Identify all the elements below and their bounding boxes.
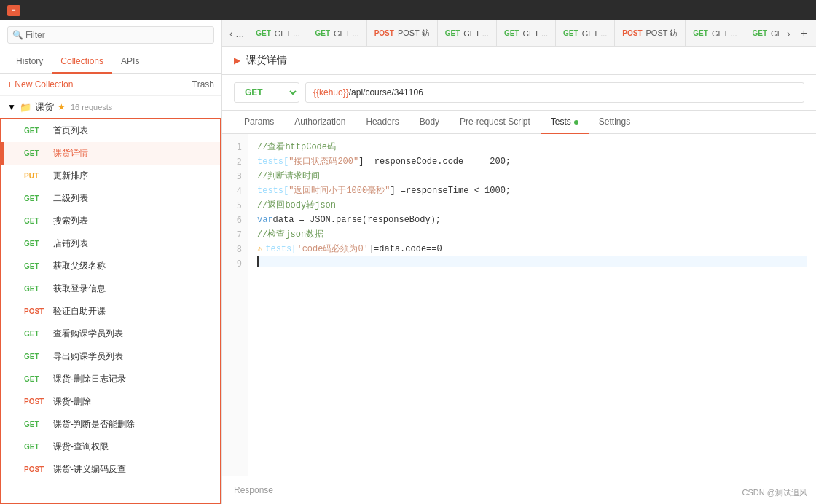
list-item[interactable]: GET获取父级名称 [1, 255, 220, 277]
tab-method: GET [563, 29, 578, 37]
code-lines: //查看httpCode码tests["接口状态码200"] = respons… [248, 134, 816, 476]
list-item[interactable]: GET导出购课学员列表 [1, 345, 220, 368]
sub-tab-body[interactable]: Body [409, 111, 450, 134]
search-icon: 🔍 [12, 30, 23, 40]
list-item[interactable]: GET课货-删除日志记录 [1, 368, 220, 390]
tab-method: GET [693, 29, 708, 37]
tab-method: GET [256, 29, 271, 37]
item-name: 导出购课学员列表 [53, 350, 123, 363]
method-badge: GET [24, 217, 47, 225]
request-tab[interactable]: GETGET ... [438, 20, 497, 46]
tab-collections[interactable]: Collections [52, 50, 112, 74]
item-name: 店铺列表 [53, 237, 88, 250]
url-display[interactable]: {{kehuo}} /api/course/341106 [305, 82, 804, 103]
item-name: 课货-讲义编码反查 [53, 463, 126, 476]
tab-prev-button[interactable]: ‹ ... [225, 28, 248, 39]
request-tab[interactable]: GETGET ... [745, 20, 782, 46]
new-collection-button[interactable]: + New Collection [7, 79, 73, 90]
tab-label: GET ... [334, 29, 359, 38]
request-tab[interactable]: POSTPOST 鈁 [367, 20, 438, 46]
sub-tab-tests[interactable]: Tests [541, 111, 589, 134]
trash-button[interactable]: Trash [192, 79, 214, 90]
request-tab[interactable]: GETGET ... [248, 20, 307, 46]
method-badge: GET [24, 262, 47, 270]
collection-header[interactable]: ▼ 📁 课货 ★ 16 requests [0, 96, 221, 118]
request-tab[interactable]: GETGET ... [497, 20, 556, 46]
tab-method: GET [753, 29, 768, 37]
list-item[interactable]: GET搜索列表 [1, 210, 220, 232]
method-select[interactable]: GET POST PUT DELETE [234, 82, 299, 103]
list-item[interactable]: GET查看购课学员列表 [1, 323, 220, 345]
request-tab[interactable]: GETGET ... [307, 20, 366, 46]
item-name: 课货-删除 [53, 395, 91, 408]
tab-label: GET ... [712, 29, 737, 38]
method-badge: POST [24, 307, 47, 315]
tab-label: GET ... [522, 29, 548, 38]
tab-label: GET ... [275, 29, 300, 38]
collapse-icon: ▼ [7, 102, 16, 112]
sub-tab-authorization[interactable]: Authorization [284, 111, 356, 134]
tab-add-button[interactable]: + [795, 27, 813, 40]
list-item[interactable]: PUT更新排序 [1, 165, 220, 187]
line-number: 8 [222, 242, 248, 256]
item-name: 获取父级名称 [53, 260, 106, 272]
active-dot [574, 120, 578, 125]
sub-tab-settings[interactable]: Settings [589, 111, 640, 134]
method-badge: POST [24, 398, 47, 406]
tab-history[interactable]: History [7, 50, 52, 74]
list-item[interactable]: POST课货-讲义编码反查 [1, 458, 220, 481]
sub-tab-params[interactable]: Params [234, 111, 284, 134]
method-badge: GET [24, 353, 47, 361]
method-badge: GET [24, 375, 47, 383]
code-line: //查看httpCode码 [257, 140, 807, 154]
tab-apis[interactable]: APIs [112, 50, 148, 74]
sub-tab-headers[interactable]: Headers [356, 111, 409, 134]
app-logo: ≡ [7, 5, 20, 16]
code-line: //返回body转json [257, 198, 807, 213]
item-name: 课货-判断是否能删除 [53, 418, 135, 430]
watermark: CSDN @测试追风 [742, 487, 807, 498]
code-line: //检查json数据 [257, 227, 807, 242]
line-number: 3 [222, 169, 248, 184]
search-input[interactable] [7, 26, 214, 44]
request-tabs-row: ‹ ... GETGET ...GETGET ...POSTPOST 鈁GETG… [222, 20, 816, 47]
tab-label: POST 鈁 [398, 28, 430, 39]
list-item[interactable]: GET课货-判断是否能删除 [1, 413, 220, 436]
tab-method: GET [315, 29, 330, 37]
item-name: 课货-查询权限 [53, 441, 109, 453]
tab-label: GET ... [582, 29, 608, 38]
sidebar-tabs: History Collections APIs [0, 50, 221, 74]
sidebar-actions: + New Collection Trash [0, 74, 221, 96]
code-editor[interactable]: 123456789 //查看httpCode码tests["接口状态码200"]… [222, 134, 816, 476]
method-badge: GET [24, 194, 47, 202]
list-item[interactable]: GET获取登录信息 [1, 277, 220, 300]
request-tab[interactable]: GETGET ... [686, 20, 745, 46]
code-line: tests["接口状态码200"] = responseCode.code ==… [257, 154, 807, 169]
line-number: 9 [222, 256, 248, 271]
list-item[interactable]: GET课货详情 [1, 142, 220, 165]
folder-icon: 📁 [20, 102, 31, 113]
list-item[interactable]: GET首页列表 [1, 119, 220, 142]
url-path: /api/course/341106 [349, 87, 423, 98]
line-number: 1 [222, 140, 248, 154]
response-label: Response [234, 485, 273, 495]
tab-next-button[interactable]: › [782, 28, 795, 39]
tab-label: GET ... [771, 29, 782, 38]
method-badge: GET [24, 285, 47, 293]
item-name: 更新排序 [53, 170, 88, 182]
request-tab[interactable]: GETGET ... [556, 20, 615, 46]
code-line: tests["返回时间小于1000毫秒"] = responseTime < 1… [257, 184, 807, 198]
request-title: 课货详情 [246, 54, 287, 67]
sidebar-list-wrapper: GET首页列表GET课货详情PUT更新排序GET二级列表GET搜索列表GET店铺… [0, 118, 221, 504]
item-name: 查看购课学员列表 [53, 328, 123, 340]
list-item[interactable]: POST验证自助开课 [1, 300, 220, 323]
list-item[interactable]: GET店铺列表 [1, 232, 220, 255]
method-badge: GET [24, 330, 47, 338]
list-item[interactable]: GET二级列表 [1, 187, 220, 210]
request-tab[interactable]: POSTPOST 鈁 [615, 20, 686, 46]
list-item[interactable]: GET课货-查询权限 [1, 436, 220, 458]
list-item[interactable]: POST课货-删除 [1, 390, 220, 413]
collection-sub: 16 requests [71, 103, 112, 111]
tab-label: POST 鈁 [646, 28, 678, 39]
sub-tab-pre-request-script[interactable]: Pre-request Script [450, 111, 541, 134]
